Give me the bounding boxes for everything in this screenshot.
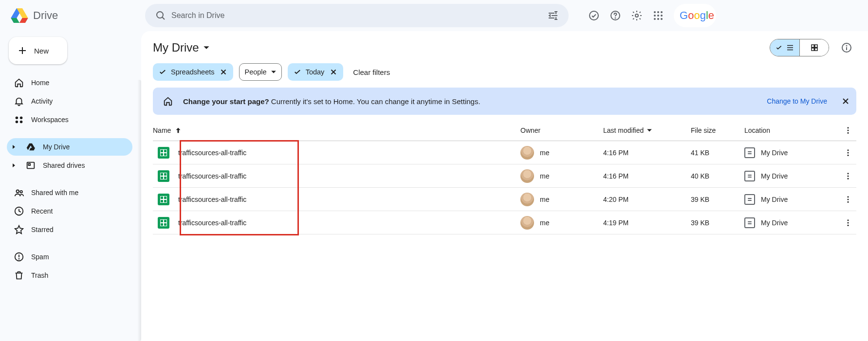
sheets-icon [158,170,169,182]
nav-label: Spam [31,253,49,261]
svg-rect-30 [787,45,793,46]
owner-label: me [540,172,549,180]
table-row[interactable]: trafficsources-all-trafficme4:20 PM39 KB… [153,188,856,211]
col-more[interactable] [844,126,856,135]
arrow-up-icon [174,126,183,135]
nav-label: Shared drives [43,162,85,169]
location-icon [744,194,755,205]
row-more-button[interactable] [844,172,856,180]
nav-recent[interactable]: Recent [7,202,132,220]
svg-point-0 [157,12,163,18]
close-icon[interactable] [219,68,228,76]
svg-point-50 [848,152,849,153]
nav-workspaces[interactable]: Workspaces [7,111,132,128]
list-view-button[interactable] [770,39,799,56]
nav-starred[interactable]: Starred [7,221,132,238]
close-icon[interactable] [329,68,338,76]
search-icon[interactable] [151,6,170,25]
nav-activity[interactable]: Activity [7,92,132,110]
workspaces-icon [14,114,24,125]
nav-shared-with-me[interactable]: Shared with me [7,184,132,201]
banner-rest: Currently it's set to Home. You can chan… [269,97,480,106]
drive-icon [10,6,29,25]
svg-point-39 [847,46,847,46]
table-row[interactable]: trafficsources-all-trafficme4:16 PM41 KB… [153,141,856,164]
nav-home[interactable]: Home [7,74,132,91]
banner-action[interactable]: Change to My Drive [767,97,827,105]
info-icon[interactable] [837,38,856,57]
svg-point-53 [848,175,849,177]
row-more-button[interactable] [844,195,856,204]
check-icon [158,68,167,76]
sidebar: New Home Activity Workspaces My Drive Sh… [0,31,141,341]
svg-point-58 [848,219,849,221]
col-location[interactable]: Location [744,126,827,134]
location-label: My Drive [761,149,788,157]
chip-modified-today[interactable]: Today [288,63,344,81]
grid-icon [810,43,819,52]
filter-chips: Spreadsheets People Today Clear filters [153,63,856,81]
caret-down-icon [646,127,652,133]
check-icon [775,44,783,52]
table-row[interactable]: trafficsources-all-trafficme4:16 PM40 KB… [153,164,856,188]
svg-point-5 [590,11,598,20]
apps-icon[interactable] [648,6,668,25]
col-last-modified[interactable]: Last modified [603,126,691,134]
top-icons: Google [584,4,716,27]
nav-my-drive[interactable]: My Drive [7,138,132,156]
col-label: Name [153,126,171,134]
svg-point-20 [16,121,18,124]
ready-offline-icon[interactable] [584,6,604,25]
col-label: Location [744,126,770,134]
svg-rect-4 [550,14,551,17]
support-icon[interactable] [606,6,625,25]
more-vert-icon [844,195,852,204]
chip-type-spreadsheets[interactable]: Spreadsheets [153,63,233,81]
search-options-icon[interactable] [543,6,563,25]
svg-point-9 [654,11,656,13]
check-icon [293,68,302,76]
svg-point-12 [654,15,656,17]
svg-point-16 [657,18,659,20]
svg-point-24 [17,190,19,193]
col-file-size[interactable]: File size [691,126,744,134]
page-title-dropdown[interactable]: My Drive [153,41,210,54]
col-name[interactable]: Name [153,126,520,135]
bell-icon [14,96,24,107]
clear-filters[interactable]: Clear filters [353,68,390,76]
close-icon[interactable] [841,96,850,106]
svg-point-25 [20,191,22,193]
search-bar[interactable] [145,4,569,27]
row-more-button[interactable] [844,218,856,227]
clock-icon [14,206,24,216]
nav-spam[interactable]: Spam [7,248,132,266]
new-button[interactable]: New [9,37,67,64]
nav-trash[interactable]: Trash [7,267,132,284]
top-bar: Drive Google [0,0,868,31]
settings-icon[interactable] [627,6,646,25]
col-label: File size [691,126,716,134]
drive-logo[interactable]: Drive [10,6,141,25]
location-label: My Drive [761,172,788,180]
table-row[interactable]: trafficsources-all-trafficme4:19 PM39 KB… [153,211,856,234]
nav-shared-drives[interactable]: Shared drives [7,157,132,174]
avatar [520,193,534,206]
col-label: Last modified [603,126,644,134]
svg-point-7 [615,18,616,18]
search-input[interactable] [170,11,543,20]
google-logo[interactable]: Google [674,4,716,27]
chip-people[interactable]: People [239,63,281,81]
file-name: trafficsources-all-traffic [178,149,246,157]
svg-point-10 [657,11,659,13]
spam-icon [14,251,24,262]
col-owner[interactable]: Owner [520,126,603,134]
row-more-button[interactable] [844,148,856,157]
svg-rect-34 [814,45,817,47]
size-cell: 41 KB [691,149,744,157]
grid-view-button[interactable] [799,39,829,56]
svg-point-14 [661,15,663,17]
location-icon [744,217,755,228]
nav-label: Shared with me [31,189,78,197]
trash-icon [14,270,24,281]
svg-rect-36 [814,48,817,51]
